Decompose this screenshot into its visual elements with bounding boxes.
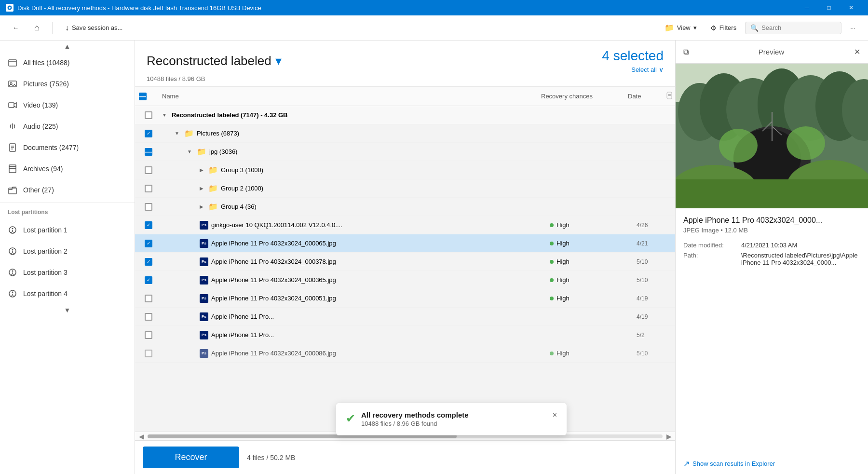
row-checkbox[interactable] [145, 313, 152, 321]
row-checkbox[interactable]: ✓ [145, 258, 152, 266]
more-button[interactable]: ··· [845, 21, 860, 34]
view-button[interactable]: 📁 View ▾ [660, 20, 702, 35]
sidebar-item-label: Other (27) [23, 186, 54, 194]
row-check-cell[interactable]: ✓ [139, 130, 158, 137]
recover-button[interactable]: Recover [143, 447, 239, 468]
row-check-cell[interactable] [139, 313, 158, 321]
sidebar-item-all-files[interactable]: All files (10488) [0, 52, 135, 73]
row-name-cell: ▶ 📁 Group 4 (36) [158, 202, 550, 211]
sidebar-item-documents[interactable]: Documents (2477) [0, 137, 135, 158]
row-check-cell[interactable]: — [139, 148, 158, 156]
tree-arrow-icon[interactable]: ▶ [200, 204, 203, 209]
ps-icon: Ps [200, 239, 208, 248]
row-check-cell[interactable]: ✓ [139, 276, 158, 284]
header-check-cell[interactable]: — [139, 93, 158, 100]
filters-button[interactable]: ⚙ Filters [705, 21, 741, 35]
back-button[interactable]: ← [8, 21, 24, 34]
tree-arrow-icon[interactable]: ▶ [200, 186, 203, 191]
minimize-button[interactable]: ─ [796, 0, 818, 15]
table-row[interactable]: ✓ ▼ 📁 Pictures (6873) [135, 124, 675, 143]
row-checkbox[interactable] [145, 203, 152, 211]
row-check-cell[interactable] [139, 350, 158, 357]
maximize-button[interactable]: □ [818, 0, 840, 15]
row-check-cell[interactable] [139, 295, 158, 302]
sidebar-scroll-down[interactable]: ▼ [0, 304, 135, 316]
sidebar-item-lost-partition-4[interactable]: Lost partition 4 [0, 283, 135, 304]
row-check-cell[interactable] [139, 185, 158, 192]
close-button[interactable]: ✕ [840, 0, 862, 15]
titlebar-left: Disk Drill - All recovery methods - Hard… [6, 4, 261, 12]
search-box: 🔍 [745, 22, 841, 34]
row-check-cell[interactable] [139, 111, 158, 119]
preview-copy-button[interactable]: ⧉ [683, 48, 689, 56]
row-check-cell[interactable]: ✓ [139, 221, 158, 229]
table-row[interactable]: ✓ Ps Apple iPhone 11 Pro 4032x3024_00036… [135, 271, 675, 289]
tree-arrow-icon[interactable]: ▼ [187, 149, 192, 154]
preview-close-button[interactable]: ✕ [854, 47, 860, 56]
sidebar-item-lost-partition-3[interactable]: Lost partition 3 [0, 262, 135, 283]
tree-arrow-icon[interactable]: ▼ [175, 131, 179, 136]
table-row[interactable]: ▶ 📁 Group 3 (1000) [135, 161, 675, 179]
row-checkbox[interactable]: ✓ [145, 240, 152, 247]
svg-point-30 [14, 296, 15, 297]
row-recovery-cell: High [550, 295, 637, 302]
sidebar-item-other[interactable]: Other (27) [0, 179, 135, 201]
row-check-cell[interactable]: ✓ [139, 240, 158, 247]
tree-arrow-icon[interactable]: ▶ [200, 167, 203, 173]
show-in-explorer-button[interactable]: ↗ Show scan results in Explorer [683, 459, 775, 468]
table-row[interactable]: Ps Apple iPhone 11 Pro 4032x3024_000086.… [135, 344, 675, 363]
table-row[interactable]: — ▼ 📁 jpg (3036) [135, 143, 675, 161]
tree-arrow-icon[interactable]: ▼ [162, 112, 167, 118]
notification-close-button[interactable]: × [553, 411, 557, 420]
row-checkbox[interactable] [145, 295, 152, 302]
table-row[interactable]: ▶ 📁 Group 2 (1000) [135, 179, 675, 198]
header-checkbox[interactable]: — [139, 93, 147, 100]
table-row[interactable]: ▶ 📁 Group 4 (36) [135, 198, 675, 216]
row-checkbox[interactable]: — [145, 148, 152, 156]
row-check-cell[interactable] [139, 203, 158, 211]
search-input[interactable] [761, 24, 834, 31]
sidebar-item-lost-partition-1[interactable]: Lost partition 1 [0, 219, 135, 241]
sidebar-item-video[interactable]: Video (139) [0, 95, 135, 116]
sidebar-item-audio[interactable]: Audio (225) [0, 116, 135, 137]
table-row[interactable]: ✓ Ps ginkgo-user 10 QKQ1.200114.002 V12.… [135, 216, 675, 234]
row-name: jpg (3036) [209, 148, 238, 155]
scroll-right-button[interactable]: ▶ [665, 433, 673, 440]
row-check-cell[interactable] [139, 331, 158, 339]
row-checkbox[interactable] [145, 350, 152, 357]
sidebar-scroll-up[interactable]: ▲ [0, 41, 135, 52]
table-row[interactable]: ✓ Ps Apple iPhone 11 Pro 4032x3024_00006… [135, 234, 675, 253]
row-checkbox[interactable] [145, 331, 152, 339]
row-name-cell: Ps Apple iPhone 11 Pro 4032x3024_000086.… [158, 349, 550, 358]
title-dropdown-icon[interactable]: ▾ [275, 54, 282, 68]
row-checkbox[interactable] [145, 185, 152, 192]
row-checkbox[interactable]: ✓ [145, 221, 152, 229]
table-row[interactable]: Ps Apple iPhone 11 Pro... 4/19 [135, 308, 675, 326]
home-button[interactable]: ⌂ [29, 20, 44, 36]
table-row[interactable]: Ps Apple iPhone 11 Pro... 5/2 [135, 326, 675, 344]
row-checkbox[interactable]: ✓ [145, 130, 152, 137]
save-session-button[interactable]: ↓ Save session as... [60, 21, 128, 35]
select-all-chevron: ∨ [659, 66, 664, 73]
row-checkbox[interactable] [145, 111, 152, 119]
svg-point-21 [11, 253, 12, 255]
row-checkbox[interactable]: ✓ [145, 276, 152, 284]
row-check-cell[interactable]: ✓ [139, 258, 158, 266]
table-row[interactable]: ✓ Ps Apple iPhone 11 Pro 4032x3024_00037… [135, 253, 675, 271]
sidebar-item-lost-partition-2[interactable]: Lost partition 2 [0, 241, 135, 262]
sidebar-item-label: Archives (94) [23, 165, 63, 173]
row-date-cell: 5/10 [637, 277, 675, 284]
sidebar-item-archives[interactable]: Archives (94) [0, 158, 135, 179]
row-checkbox[interactable] [145, 166, 152, 174]
ps-icon: Ps [200, 331, 208, 339]
sidebar-item-pictures[interactable]: Pictures (7526) [0, 73, 135, 95]
select-all-button[interactable]: Select all [631, 66, 657, 73]
row-check-cell[interactable] [139, 166, 158, 174]
high-indicator [550, 352, 554, 355]
table-row[interactable]: ▼ Reconstructed labeled (7147) - 4.32 GB [135, 106, 675, 124]
table-row[interactable]: Ps Apple iPhone 11 Pro 4032x3024_000051.… [135, 289, 675, 308]
preview-header: ⧉ Preview ✕ [676, 41, 868, 64]
recovery-label: High [556, 221, 570, 229]
svg-point-28 [12, 292, 14, 293]
scroll-left-button[interactable]: ◀ [137, 433, 146, 440]
